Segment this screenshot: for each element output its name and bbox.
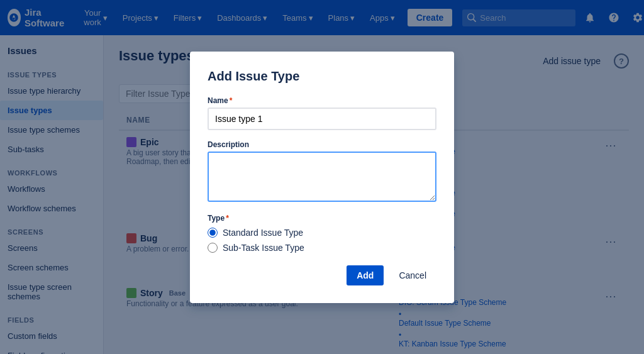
radio-standard-input[interactable] [208,228,218,238]
modal-title: Add Issue Type [208,69,436,84]
name-label: Name* [208,96,436,105]
radio-subtask-input[interactable] [208,243,218,253]
radio-standard[interactable]: Standard Issue Type [208,228,436,238]
modal-footer: Add Cancel [208,265,436,285]
modal-overlay[interactable]: Add Issue Type Name* Description Type* S… [0,0,644,354]
radio-subtask[interactable]: Sub-Task Issue Type [208,243,436,253]
add-issue-type-modal: Add Issue Type Name* Description Type* S… [190,52,454,303]
modal-cancel-button[interactable]: Cancel [389,265,436,285]
description-textarea[interactable] [208,152,436,202]
name-input[interactable] [208,108,436,130]
description-label: Description [208,140,436,149]
type-radio-group: Standard Issue Type Sub-Task Issue Type [208,228,436,253]
type-label: Type* [208,214,436,223]
modal-add-button[interactable]: Add [347,265,384,285]
